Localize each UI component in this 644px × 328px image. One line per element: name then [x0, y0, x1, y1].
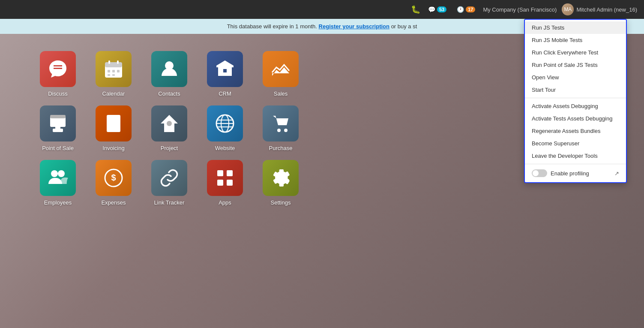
app-sales[interactable]: Sales [257, 51, 304, 97]
navbar: 🐛 💬 53 🕐 17 My Company (San Francisco) M… [0, 0, 644, 19]
svg-rect-7 [108, 74, 110, 76]
clock-icon: 🕐 [457, 6, 464, 13]
app-pos[interactable]: Point of Sale [34, 105, 81, 151]
invoicing-icon: $ [96, 105, 132, 141]
app-linktracker[interactable]: Link Tracker [146, 160, 193, 206]
run-js-mobile-tests-item[interactable]: Run JS Mobile Tests [525, 34, 626, 46]
open-view-item[interactable]: Open View [525, 71, 626, 84]
app-contacts[interactable]: Contacts [146, 51, 193, 97]
svg-rect-19 [60, 123, 63, 125]
svg-rect-39 [217, 180, 223, 186]
messages-badge[interactable]: 💬 53 [425, 4, 449, 15]
app-expenses[interactable]: $ Expenses [90, 160, 137, 206]
run-pos-js-tests-item[interactable]: Run Point of Sale JS Tests [525, 59, 626, 71]
app-settings[interactable]: Settings [257, 160, 304, 206]
svg-rect-16 [60, 120, 63, 123]
svg-point-25 [167, 121, 172, 126]
app-calendar[interactable]: Calendar [90, 51, 137, 97]
contacts-label: Contacts [158, 90, 180, 97]
app-project[interactable]: Project [146, 105, 193, 151]
crm-label: CRM [219, 90, 231, 97]
regenerate-assets-item[interactable]: Regenerate Assets Bundles [525, 125, 626, 137]
svg-rect-5 [112, 70, 115, 72]
svg-point-33 [51, 170, 58, 177]
run-click-everywhere-item[interactable]: Run Click Everywhere Test [525, 46, 626, 59]
profiling-toggle[interactable] [532, 169, 547, 177]
become-superuser-item[interactable]: Become Superuser [525, 137, 626, 150]
bug-icon[interactable]: 🐛 [411, 5, 420, 14]
calendar-icon [96, 51, 132, 87]
svg-rect-13 [55, 127, 60, 129]
run-pos-js-tests-label: Run Point of Sale JS Tests [532, 62, 598, 68]
linktracker-icon [151, 160, 187, 196]
website-icon [207, 105, 243, 141]
svg-point-34 [58, 170, 65, 177]
contacts-icon [151, 51, 187, 87]
pos-icon [40, 105, 76, 141]
run-js-mobile-tests-label: Run JS Mobile Tests [532, 37, 582, 43]
apps-label: Apps [219, 199, 231, 206]
company-name[interactable]: My Company (San Francisco) [483, 6, 557, 13]
svg-rect-37 [217, 170, 223, 176]
user-menu[interactable]: MA Mitchell Admin (new_16) [562, 3, 637, 15]
svg-rect-8 [112, 74, 115, 76]
app-website[interactable]: Website [201, 105, 249, 151]
settings-label: Settings [271, 199, 291, 206]
app-employees[interactable]: Employees [34, 160, 81, 206]
dev-dropdown: Run JS Tests Run JS Mobile Tests Run Cli… [524, 19, 627, 183]
svg-text:$: $ [112, 124, 115, 130]
project-icon [151, 105, 187, 141]
sales-label: Sales [274, 90, 288, 97]
apps-icon [207, 160, 243, 196]
external-link-icon[interactable]: ↗ [614, 170, 619, 177]
profiling-label: Enable profiling [551, 170, 589, 177]
app-invoicing[interactable]: $ Invoicing [90, 105, 137, 151]
employees-label: Employees [44, 199, 72, 206]
app-discuss[interactable]: Discuss [34, 51, 81, 97]
app-crm[interactable]: CRM [201, 51, 249, 97]
svg-rect-38 [227, 170, 233, 176]
start-tour-item[interactable]: Start Tour [525, 84, 626, 96]
run-js-tests-item[interactable]: Run JS Tests [525, 21, 626, 34]
run-js-tests-label: Run JS Tests [532, 24, 564, 31]
svg-rect-15 [57, 120, 59, 123]
expenses-icon: $ [96, 160, 132, 196]
svg-text:$: $ [111, 173, 116, 182]
svg-rect-4 [108, 70, 110, 72]
divider-1 [525, 98, 626, 98]
profiling-footer: Enable profiling ↗ [525, 166, 626, 181]
become-superuser-label: Become Superuser [532, 140, 579, 147]
activities-badge[interactable]: 🕐 17 [454, 4, 478, 15]
activate-tests-assets-label: Activate Tests Assets Debugging [532, 115, 612, 122]
regenerate-assets-label: Regenerate Assets Bundles [532, 128, 600, 134]
messages-count: 53 [437, 6, 446, 12]
sales-icon [263, 51, 299, 87]
svg-rect-14 [53, 120, 55, 123]
svg-rect-11 [50, 115, 66, 118]
svg-rect-18 [57, 123, 59, 125]
website-label: Website [215, 145, 235, 151]
activate-tests-assets-item[interactable]: Activate Tests Assets Debugging [525, 112, 626, 125]
username: Mitchell Admin (new_16) [576, 6, 637, 13]
svg-rect-2 [108, 60, 110, 64]
svg-point-31 [277, 129, 281, 132]
svg-rect-21 [109, 119, 118, 120]
settings-icon [263, 160, 299, 196]
calendar-label: Calendar [102, 90, 125, 97]
activate-assets-item[interactable]: Activate Assets Debugging [525, 100, 626, 112]
purchase-icon [263, 105, 299, 141]
register-link[interactable]: Register your subscription [319, 23, 389, 30]
open-view-label: Open View [532, 74, 559, 81]
avatar: MA [562, 3, 574, 15]
run-click-everywhere-label: Run Click Everywhere Test [532, 49, 598, 56]
svg-rect-40 [227, 180, 233, 186]
svg-rect-3 [117, 60, 119, 64]
banner-text: This database will expire in 1 month. [227, 23, 317, 30]
app-purchase[interactable]: Purchase [257, 105, 304, 151]
app-apps[interactable]: Apps [201, 160, 249, 206]
chat-icon: 💬 [428, 6, 435, 13]
app-row-3: Employees $ Expenses Link Tracker Apps S… [34, 160, 610, 206]
leave-dev-tools-item[interactable]: Leave the Developer Tools [525, 150, 626, 162]
activities-count: 17 [466, 6, 475, 12]
banner-text2: or buy a st [391, 23, 417, 30]
